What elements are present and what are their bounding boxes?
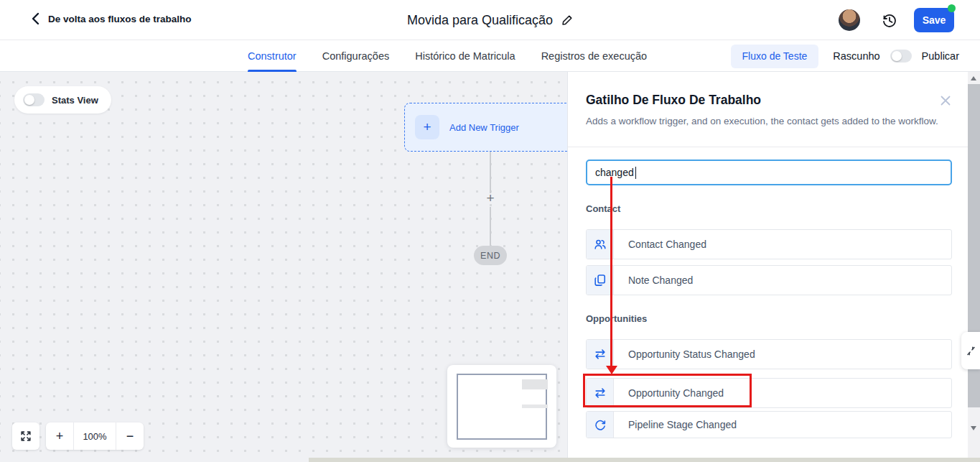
- top-bar: De volta aos fluxos de trabalho Movida p…: [0, 0, 980, 40]
- zoom-level: 100%: [74, 422, 116, 450]
- add-new-trigger-node[interactable]: + Add New Trigger: [404, 103, 567, 152]
- tab-historico-de-matricula[interactable]: Histórico de Matricula: [415, 40, 515, 72]
- trigger-option-label: Pipeline Stage Changed: [614, 412, 737, 438]
- version-history-icon[interactable]: [881, 12, 898, 29]
- connector-line: [490, 207, 491, 246]
- panel-description: Adds a workflow trigger, and on executio…: [586, 116, 938, 126]
- save-button[interactable]: Save: [914, 8, 954, 32]
- panel-scrollbar[interactable]: [968, 72, 980, 462]
- publish-toggle-knob: [892, 51, 902, 61]
- user-avatar[interactable]: [839, 9, 860, 31]
- tab-construtor[interactable]: Construtor: [248, 40, 297, 72]
- trigger-option-contact-changed[interactable]: Contact Changed: [586, 229, 952, 259]
- close-icon[interactable]: [939, 94, 952, 107]
- tab-configuracoes[interactable]: Configurações: [322, 40, 390, 72]
- stats-view-control: Stats View: [14, 86, 111, 114]
- text-caret: [635, 167, 636, 179]
- fit-to-screen-button[interactable]: [12, 422, 39, 450]
- workflow-builder-app: De volta aos fluxos de trabalho Movida p…: [0, 0, 980, 462]
- trigger-option-label: Note Changed: [614, 266, 693, 295]
- scroll-down-arrow-icon[interactable]: [971, 426, 976, 430]
- trigger-search-input[interactable]: [587, 161, 951, 184]
- workflow-title: Movida para Qualificação: [407, 13, 553, 28]
- trigger-option-note-changed[interactable]: Note Changed: [586, 265, 952, 295]
- publish-label: Publicar: [922, 50, 959, 62]
- trigger-option-pipeline-stage-changed[interactable]: Pipeline Stage Changed: [586, 411, 952, 438]
- trigger-option-label: Contact Changed: [614, 230, 706, 259]
- horizontal-scrollbar-track[interactable]: [309, 458, 980, 462]
- stats-view-label: Stats View: [52, 95, 98, 106]
- draft-label: Rascunho: [833, 50, 879, 62]
- divider: [568, 147, 968, 147]
- stats-view-toggle[interactable]: [23, 93, 45, 106]
- zoom-in-button[interactable]: +: [46, 422, 74, 450]
- canvas-minimap[interactable]: [447, 365, 556, 448]
- stats-view-toggle-knob: [24, 95, 34, 105]
- section-header-opportunities: Opportunities: [586, 313, 647, 324]
- test-flow-button[interactable]: Fluxo de Teste: [731, 45, 819, 68]
- trigger-option-label: Opportunity Status Changed: [614, 340, 755, 369]
- zoom-out-button[interactable]: −: [116, 422, 144, 450]
- minimap-end-node: [522, 405, 548, 408]
- unsaved-changes-dot: [948, 4, 956, 12]
- section-header-contact: Contact: [586, 203, 620, 214]
- scroll-up-arrow-icon[interactable]: [971, 76, 976, 80]
- add-new-trigger-label: Add New Trigger: [449, 122, 519, 133]
- minimap-trigger-node: [522, 379, 548, 389]
- workflow-nav-bar: Construtor Configurações Histórico de Ma…: [0, 40, 980, 72]
- add-step-plus-button[interactable]: +: [482, 190, 498, 206]
- workflow-tabs: Construtor Configurações Histórico de Ma…: [248, 40, 647, 72]
- edit-title-pencil-icon[interactable]: [561, 14, 573, 26]
- chevron-left-icon: [30, 12, 41, 25]
- annotation-highlight-rectangle: [583, 374, 752, 407]
- connector-handle-icon: [966, 346, 976, 356]
- connector-line: [490, 152, 491, 193]
- expand-icon: [19, 430, 32, 443]
- trigger-search-container: [586, 160, 952, 185]
- end-node: END: [474, 246, 507, 265]
- panel-title: Gatilho De Fluxo De Trabalho: [586, 93, 761, 108]
- back-to-workflows-link[interactable]: De volta aos fluxos de trabalho: [30, 12, 192, 25]
- annotation-arrow-line: [610, 177, 612, 366]
- publish-toggle[interactable]: [890, 50, 912, 63]
- workflow-canvas[interactable]: Stats View + Add New Trigger + END: [0, 72, 567, 462]
- tab-registros-de-execucao[interactable]: Registros de execução: [541, 40, 648, 72]
- side-panel-handle[interactable]: [961, 332, 980, 369]
- zoom-controls: + 100% −: [46, 422, 144, 450]
- back-label: De volta aos fluxos de trabalho: [48, 14, 192, 24]
- plus-icon: +: [415, 115, 439, 139]
- refresh-icon: [587, 412, 614, 438]
- trigger-option-opportunity-status-changed[interactable]: Opportunity Status Changed: [586, 339, 952, 369]
